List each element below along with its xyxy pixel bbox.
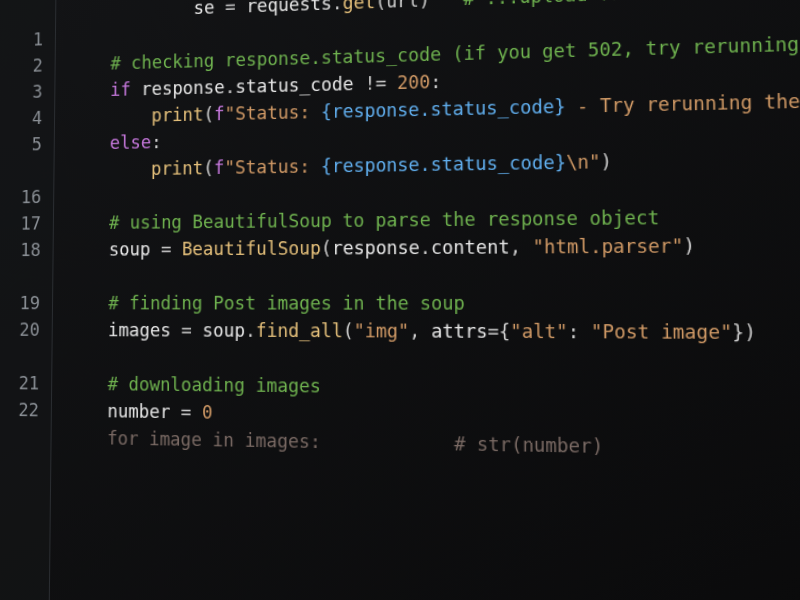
token: =	[150, 239, 182, 260]
token: get	[343, 0, 376, 13]
line-number	[0, 530, 37, 558]
token: (	[204, 104, 215, 125]
code-line[interactable]: # finding Post images in the soup	[67, 289, 800, 318]
line-number	[0, 157, 42, 184]
line-number: 20	[0, 316, 40, 343]
line-number: 4	[0, 105, 42, 132]
token: else	[110, 132, 152, 153]
token: .	[420, 237, 431, 258]
token: {response.status_code}	[321, 152, 566, 177]
token: "Status:	[225, 101, 321, 124]
line-number	[0, 423, 39, 451]
token: =	[215, 0, 247, 18]
token: BeautifulSoup	[182, 238, 321, 260]
line-number	[0, 557, 37, 586]
token: print	[151, 158, 204, 179]
code-line[interactable]	[67, 260, 800, 290]
token: f	[214, 157, 225, 178]
token: for image in images: # str(number)	[107, 428, 603, 458]
token: images	[108, 320, 171, 341]
line-number: 22	[0, 396, 39, 423]
line-number	[0, 343, 40, 370]
token: {	[499, 321, 511, 343]
line-number: 19	[0, 290, 40, 317]
token: f	[214, 104, 225, 125]
token: "Status:	[224, 156, 320, 178]
token: requests	[246, 0, 332, 16]
token: status_code	[235, 73, 353, 97]
token: se	[194, 0, 215, 18]
line-number: 3	[0, 78, 43, 105]
line-number: 17	[0, 210, 41, 237]
code-area[interactable]: se = requests.get(url) # ...upload from …	[50, 0, 800, 600]
token: "html.parser"	[532, 235, 683, 258]
token: content	[431, 236, 510, 258]
token: })	[732, 321, 756, 343]
line-number: 18	[0, 237, 41, 264]
line-number: 1	[0, 26, 43, 53]
token: )	[683, 235, 695, 257]
line-number	[0, 263, 41, 290]
token: # using BeautifulSoup to parse the respo…	[109, 207, 660, 233]
line-number: 2	[0, 52, 43, 79]
line-number	[0, 584, 37, 600]
token: "img"	[354, 320, 409, 342]
token: find_all	[256, 320, 343, 341]
token: .	[245, 320, 256, 341]
token: =	[488, 321, 499, 343]
token: "Post image"	[591, 321, 733, 344]
token: {response.status_code}	[321, 96, 566, 122]
token: response	[332, 237, 420, 259]
line-number: 21	[0, 370, 39, 397]
token: ,	[409, 320, 431, 342]
line-number: 5	[0, 131, 42, 158]
line-number	[0, 0, 43, 27]
token: number	[107, 401, 170, 423]
token: response	[131, 77, 225, 100]
token: soup	[109, 239, 151, 260]
token: ,	[510, 236, 533, 258]
code-editor[interactable]: 1234516171819202122 se = requests.get(ur…	[0, 0, 800, 600]
token: # finding Post images in the soup	[108, 292, 465, 314]
token: (	[203, 157, 214, 178]
token: soup	[202, 320, 245, 341]
token: "alt"	[510, 321, 567, 343]
token: :	[568, 321, 591, 343]
token: (	[321, 238, 332, 259]
token: # downloading images	[108, 374, 321, 397]
token: if	[110, 79, 131, 100]
line-number	[0, 503, 38, 531]
line-number-gutter: 1234516171819202122	[0, 0, 56, 600]
token: =	[170, 401, 202, 422]
token: 200	[397, 71, 430, 93]
code-line[interactable]: images = soup.find_all("img", attrs={"al…	[67, 316, 800, 347]
line-number	[0, 477, 38, 505]
token: print	[151, 104, 203, 126]
token: .	[225, 76, 236, 97]
token: :	[151, 132, 162, 153]
token: )	[600, 151, 612, 173]
code-line[interactable]: soup = BeautifulSoup(response.content, "…	[67, 230, 800, 263]
token: - Try rerunning the code\n"	[565, 88, 800, 117]
token: (	[343, 320, 354, 341]
token: 0	[202, 402, 213, 423]
token: attrs	[431, 320, 487, 342]
token: !=	[353, 72, 397, 94]
token: .	[332, 0, 343, 14]
line-number	[0, 450, 38, 478]
token: :	[430, 71, 441, 92]
token: \n"	[566, 151, 601, 173]
token: =	[171, 320, 203, 341]
token: (url)	[375, 0, 430, 12]
line-number: 16	[0, 184, 41, 211]
